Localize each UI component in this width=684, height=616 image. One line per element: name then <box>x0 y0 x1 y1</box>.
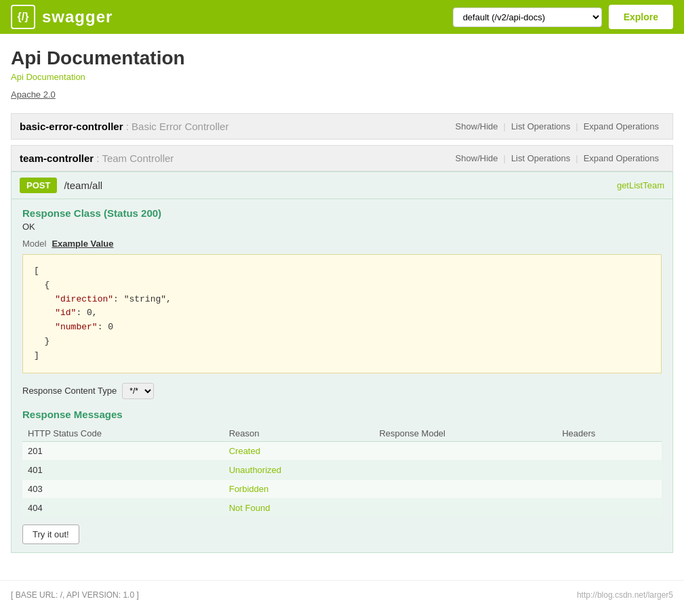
team-controller-desc: Team Controller <box>102 152 174 164</box>
reason-text: Forbidden <box>224 479 374 498</box>
response-model-cell <box>374 498 557 517</box>
basic-error-controller-name: basic-error-controller : Basic Error Con… <box>20 121 228 132</box>
status-code: 201 <box>22 441 224 460</box>
col-headers: Headers <box>557 426 662 442</box>
reason-text: Created <box>224 441 374 460</box>
basic-error-expand-operations[interactable]: Expand Operations <box>578 121 664 131</box>
header-left: {/} swagger <box>11 5 113 29</box>
team-controller-id: team-controller <box>20 152 94 164</box>
reason-text: Unauthorized <box>224 460 374 479</box>
explore-button[interactable]: Explore <box>609 5 673 29</box>
endpoint-section: POST /team/all getListTeam Response Clas… <box>11 171 673 553</box>
try-it-out-button[interactable]: Try it out! <box>22 525 79 544</box>
col-reason: Reason <box>224 426 374 442</box>
endpoint-row: POST /team/all getListTeam <box>12 172 672 199</box>
col-response-model: Response Model <box>374 426 557 442</box>
license-link[interactable]: Apache 2.0 <box>11 89 56 100</box>
status-code: 401 <box>22 460 224 479</box>
team-controller-actions: Show/Hide | List Operations | Expand Ope… <box>450 153 664 163</box>
header-center: default (/v2/api-docs) Explore <box>453 5 673 29</box>
basic-error-list-operations[interactable]: List Operations <box>506 121 576 131</box>
headers-cell <box>557 460 662 479</box>
team-list-operations[interactable]: List Operations <box>506 153 576 163</box>
basic-error-controller-id: basic-error-controller <box>20 121 123 132</box>
swagger-logo: {/} <box>11 5 35 29</box>
table-row: 201 Created <box>22 441 662 460</box>
response-messages-title: Response Messages <box>22 409 662 420</box>
footer-api-version: 1.0 <box>123 590 134 600</box>
basic-error-show-hide[interactable]: Show/Hide <box>450 121 504 131</box>
status-code: 404 <box>22 498 224 517</box>
endpoint-row-left: POST /team/all <box>20 178 102 193</box>
footer-base-url-label: [ BASE URL: /, API VERSION: 1.0 ] <box>11 590 139 600</box>
reason-text: Not Found <box>224 498 374 517</box>
model-tabs: Model Example Value <box>22 239 662 249</box>
response-messages-table: HTTP Status Code Reason Response Model H… <box>22 426 662 518</box>
headers-cell <box>557 498 662 517</box>
basic-error-controller-actions: Show/Hide | List Operations | Expand Ope… <box>450 121 664 131</box>
swagger-title: swagger <box>42 7 113 26</box>
response-content-type-label: Response Content Type <box>22 386 117 396</box>
response-section: Response Class (Status 200) OK Model Exa… <box>12 199 672 552</box>
response-model-cell <box>374 460 557 479</box>
team-expand-operations[interactable]: Expand Operations <box>578 153 664 163</box>
status-code: 403 <box>22 479 224 498</box>
response-model-cell <box>374 441 557 460</box>
team-controller-name: team-controller : Team Controller <box>20 152 174 164</box>
response-model-cell <box>374 479 557 498</box>
endpoint-operation-name[interactable]: getListTeam <box>617 180 664 190</box>
footer-website: http://blog.csdn.net/larger5 <box>577 590 673 600</box>
model-label: Model <box>22 239 46 249</box>
response-content-type-row: Response Content Type */* <box>22 383 662 399</box>
response-ok: OK <box>22 222 662 232</box>
headers-cell <box>557 441 662 460</box>
method-badge: POST <box>20 178 57 193</box>
page-title: Api Documentation <box>11 47 673 69</box>
table-row: 403 Forbidden <box>22 479 662 498</box>
example-value-tab[interactable]: Example Value <box>52 239 113 249</box>
col-http-status: HTTP Status Code <box>22 426 224 442</box>
headers-cell <box>557 479 662 498</box>
team-show-hide[interactable]: Show/Hide <box>450 153 504 163</box>
basic-error-controller-bar: basic-error-controller : Basic Error Con… <box>11 113 673 140</box>
footer: [ BASE URL: /, API VERSION: 1.0 ] http:/… <box>0 580 684 609</box>
table-row: 404 Not Found <box>22 498 662 517</box>
code-block: [ { "direction": "string", "id": 0, "num… <box>22 254 662 373</box>
main-content: Api Documentation Api Documentation Apac… <box>0 34 684 580</box>
url-select[interactable]: default (/v2/api-docs) <box>453 7 602 27</box>
footer-left: [ BASE URL: /, API VERSION: 1.0 ] <box>11 590 139 600</box>
basic-error-controller-desc: Basic Error Controller <box>132 121 228 132</box>
page-subtitle: Api Documentation <box>11 72 673 82</box>
endpoint-path: /team/all <box>64 180 102 191</box>
header: {/} swagger default (/v2/api-docs) Explo… <box>0 0 684 34</box>
table-row: 401 Unauthorized <box>22 460 662 479</box>
team-controller-bar: team-controller : Team Controller Show/H… <box>11 145 673 171</box>
response-class-title: Response Class (Status 200) <box>22 207 662 219</box>
swagger-logo-symbol: {/} <box>18 11 29 23</box>
content-type-select[interactable]: */* <box>122 383 154 399</box>
